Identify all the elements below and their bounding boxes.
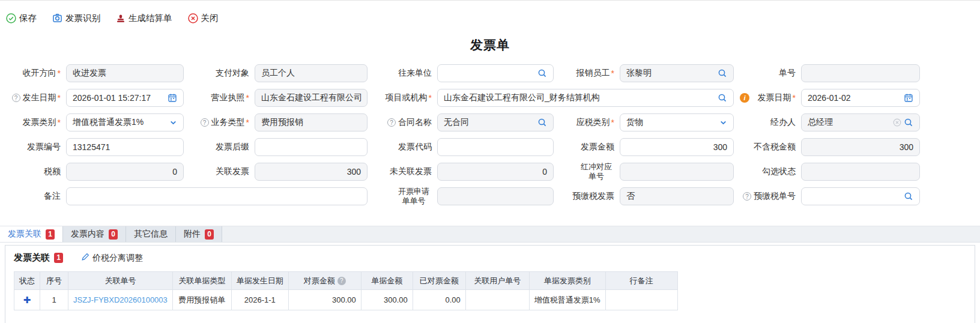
- unlinked-field[interactable]: 0: [437, 163, 554, 181]
- clear-icon[interactable]: [893, 118, 901, 127]
- handler-field[interactable]: 总经理: [801, 113, 920, 131]
- pay-target-label: 支付对象: [184, 64, 255, 82]
- code-label: 发票代码: [368, 138, 437, 156]
- calendar-icon[interactable]: [904, 93, 913, 103]
- direction-field[interactable]: 收进发票: [66, 64, 184, 82]
- row-doc-date-cell: 2026-1-1: [231, 290, 288, 310]
- tax-category-select[interactable]: 货物: [620, 113, 734, 131]
- suffix-field[interactable]: [255, 138, 368, 156]
- panel-badge: 1: [54, 253, 63, 263]
- linked-label: 关联发票: [184, 163, 255, 181]
- toolbar: 保存 发票识别 生成结算单 关闭: [6, 13, 219, 24]
- col-matched-amount: 对票金额?: [288, 272, 361, 290]
- counterparty-label: 往来单位: [368, 64, 437, 82]
- search-icon[interactable]: [537, 68, 547, 78]
- row-matched-amount-cell: 300.00: [288, 290, 361, 310]
- category-select[interactable]: 增值税普通发票1%: [66, 113, 184, 131]
- row-matched-done-cell: 0.00: [413, 290, 465, 310]
- table-row: ✚ 1 JSZJ-FYBXD20260100003 费用预报销单 2026-1-…: [14, 290, 678, 310]
- amount-label: 发票金额: [554, 138, 620, 156]
- row-doc-amount-cell: 300.00: [361, 290, 413, 310]
- doc-link[interactable]: JSZJ-FYBXD20260100003: [73, 295, 168, 304]
- pay-target-field[interactable]: 员工个人: [255, 64, 368, 82]
- biz-type-field[interactable]: 费用预报销: [255, 113, 368, 131]
- col-user-doc-no: 关联用户单号: [465, 272, 529, 290]
- occur-date-field[interactable]: 2026-01-01 15:27:17: [66, 89, 184, 107]
- row-remark-cell: [605, 290, 677, 310]
- doc-no-field[interactable]: [801, 64, 920, 82]
- code-field[interactable]: [437, 138, 554, 156]
- red-reverse-field[interactable]: [620, 163, 734, 181]
- category-label: 发票类别*: [5, 113, 66, 131]
- invoice-no-label: 发票编号: [5, 138, 66, 156]
- prepaid-no-field[interactable]: [801, 187, 920, 205]
- search-icon[interactable]: [537, 118, 547, 127]
- row-link-no-cell: JSZJ-FYBXD20260100003: [68, 290, 173, 310]
- tax-field[interactable]: 0: [66, 163, 184, 181]
- help-icon: ?: [387, 118, 396, 127]
- chevron-down-icon[interactable]: [719, 119, 727, 127]
- col-invoice-category: 单据发票类别: [529, 272, 605, 290]
- price-tax-adjust-button[interactable]: 价税分离调整: [81, 253, 143, 264]
- linked-field[interactable]: 300: [255, 163, 368, 181]
- invoice-recognition-button[interactable]: 发票识别: [52, 13, 100, 24]
- invoice-recognition-label: 发票识别: [65, 13, 100, 24]
- biz-type-label: ?业务类型*: [184, 113, 255, 131]
- col-seq: 序号: [40, 272, 68, 290]
- row-seq-cell: 1: [40, 290, 68, 310]
- search-icon[interactable]: [718, 93, 727, 103]
- remark-label: 备注: [5, 187, 66, 205]
- generate-settlement-button[interactable]: 生成结算单: [116, 13, 172, 24]
- tab-attachments[interactable]: 附件0: [176, 226, 222, 242]
- tab-badge: 1: [46, 229, 55, 240]
- billing-req-label: 开票申请单单号: [368, 187, 437, 205]
- unlinked-label: 未关联发票: [368, 163, 437, 181]
- direction-label: 收开方向*: [5, 64, 66, 82]
- tab-strip: 发票关联1 发票内容0 其它信息 附件0: [0, 226, 980, 243]
- handler-label: 经办人: [734, 113, 801, 131]
- contract-label: ?合同名称: [368, 113, 437, 131]
- help-icon: ?: [337, 277, 346, 285]
- remark-field[interactable]: [66, 187, 368, 205]
- col-doc-amount: 单据金额: [361, 272, 413, 290]
- license-label: 营业执照*: [184, 89, 255, 107]
- tab-invoice-content[interactable]: 发票内容0: [63, 226, 126, 242]
- chevron-down-icon[interactable]: [169, 119, 177, 127]
- prepaid-invoice-field[interactable]: 否: [620, 187, 734, 205]
- save-button[interactable]: 保存: [6, 13, 37, 24]
- search-icon[interactable]: [904, 192, 913, 201]
- invoice-link-panel: 发票关联 1 价税分离调整 状态 序号 关联单号 关联单据类型 单据发生日期 对…: [5, 245, 975, 323]
- col-row-remark: 行备注: [605, 272, 677, 290]
- invoice-no-field[interactable]: 13125471: [66, 138, 184, 156]
- invoice-form: 收开方向* 收进发票 支付对象 员工个人 往来单位 报销员工* 张黎明 单号 ?…: [5, 64, 920, 205]
- billing-req-field[interactable]: [437, 187, 554, 205]
- page-title: 发票单: [0, 37, 980, 53]
- stamp-icon: [116, 14, 126, 23]
- generate-settlement-label: 生成结算单: [129, 13, 172, 24]
- excl-tax-field[interactable]: 300: [801, 138, 920, 156]
- search-icon[interactable]: [904, 118, 913, 127]
- row-user-doc-no-cell: [465, 290, 529, 310]
- help-icon: ?: [201, 118, 209, 127]
- pencil-icon: [81, 253, 89, 263]
- tab-other-info[interactable]: 其它信息: [126, 226, 176, 242]
- row-doc-type-cell: 费用预报销单: [172, 290, 231, 310]
- contract-field[interactable]: 无合同: [437, 113, 554, 131]
- counterparty-field[interactable]: [437, 64, 554, 82]
- check-status-field[interactable]: [801, 163, 920, 181]
- invoice-date-field[interactable]: 2026-01-02: [801, 89, 920, 107]
- project-field[interactable]: 山东金石建设工程有限公司_财务结算机构: [437, 89, 734, 107]
- calendar-icon[interactable]: [168, 93, 177, 103]
- col-doc-type: 关联单据类型: [172, 272, 231, 290]
- employee-label: 报销员工*: [554, 64, 620, 82]
- search-icon[interactable]: [718, 68, 727, 78]
- employee-field[interactable]: 张黎明: [620, 64, 734, 82]
- row-status-cell: ✚: [14, 290, 40, 310]
- close-button[interactable]: 关闭: [188, 13, 219, 24]
- tab-invoice-link[interactable]: 发票关联1: [0, 226, 63, 242]
- help-icon: ?: [743, 192, 751, 201]
- license-field[interactable]: 山东金石建设工程有限公司: [255, 89, 368, 107]
- add-row-icon[interactable]: ✚: [23, 295, 31, 305]
- excl-tax-label: 不含税金额: [734, 138, 801, 156]
- amount-field[interactable]: 300: [620, 138, 734, 156]
